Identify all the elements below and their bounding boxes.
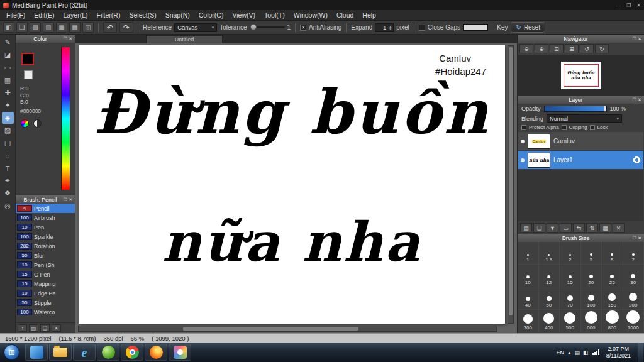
brush-size-12[interactable]: 12 xyxy=(539,265,560,287)
snap-grid-icon[interactable]: ▦ xyxy=(56,22,67,33)
actual-size-icon[interactable]: ⊞ xyxy=(565,44,579,53)
foreground-color-swatch[interactable] xyxy=(21,53,34,65)
opacity-slider-handle[interactable] xyxy=(604,106,606,112)
brush-size-2[interactable]: 2 xyxy=(560,242,581,265)
brush-item-sparkle[interactable]: 100Sparkle xyxy=(16,232,75,241)
medibang-icon[interactable] xyxy=(169,344,191,361)
document-tab[interactable]: Untitled xyxy=(146,35,223,43)
brush-item-mapping[interactable]: 15Mapping xyxy=(16,279,75,288)
redo-button[interactable]: ↷ xyxy=(119,22,133,33)
merge-down-icon[interactable]: ▼ xyxy=(547,223,558,233)
language-indicator[interactable]: EN xyxy=(557,349,565,356)
chrome-icon[interactable] xyxy=(121,344,143,361)
eyedropper-tool[interactable]: ✒ xyxy=(2,175,14,187)
layer-visibility-icon[interactable] xyxy=(521,140,525,143)
bucket-fill-tool[interactable]: ◈ xyxy=(2,112,14,124)
pen-tool[interactable]: ✎ xyxy=(2,36,14,48)
brush-size-300[interactable]: 300 xyxy=(518,310,539,332)
brush-add-icon[interactable]: ▤ xyxy=(29,324,38,332)
brush-size-1-5[interactable]: 1.5 xyxy=(539,242,560,265)
delete-layer-icon[interactable]: ✕ xyxy=(613,223,625,233)
layer-visibility-icon[interactable] xyxy=(521,158,525,162)
background-color-swatch[interactable] xyxy=(24,70,33,79)
lock-checkbox[interactable] xyxy=(590,125,595,130)
brush-delete-icon[interactable]: ✕ xyxy=(52,324,61,332)
stepper-arrows-icon[interactable]: ▲▼ xyxy=(387,25,393,30)
blending-select[interactable]: Normal ▾ xyxy=(547,114,622,123)
rotate-left-icon[interactable]: ↺ xyxy=(580,44,594,53)
text-tool[interactable]: T xyxy=(2,162,14,174)
new-layer-icon[interactable]: ▤ xyxy=(520,223,532,233)
brush-size-20[interactable]: 20 xyxy=(581,265,602,287)
opacity-slider[interactable] xyxy=(544,106,607,112)
panel-layout-icon[interactable]: ◫ xyxy=(82,22,94,33)
brush-size-30[interactable]: 30 xyxy=(623,265,644,287)
close-gaps-color-well[interactable] xyxy=(463,24,488,31)
order-layer-icon[interactable]: ⇅ xyxy=(586,223,598,233)
close-button[interactable]: ✕ xyxy=(636,3,641,8)
brush-size-3[interactable]: 3 xyxy=(581,242,602,265)
tolerance-slider[interactable] xyxy=(250,26,285,28)
horizontal-scrollbar-thumb[interactable] xyxy=(183,327,358,331)
popout-icon[interactable]: ❐ xyxy=(63,36,68,41)
menu-windoww[interactable]: Window(W) xyxy=(289,10,332,20)
menu-help[interactable]: Help xyxy=(358,10,380,20)
brush-size-150[interactable]: 150 xyxy=(602,287,623,310)
brush-size-40[interactable]: 40 xyxy=(518,287,539,310)
brush-item-g-pen[interactable]: 15G Pen xyxy=(16,270,75,279)
clock[interactable]: 2:07 PM 8/11/2021 xyxy=(603,346,634,359)
maximize-button[interactable]: ❐ xyxy=(626,3,631,8)
transform-tool[interactable]: ▦ xyxy=(2,74,14,86)
brush-size-15[interactable]: 15 xyxy=(560,265,581,287)
brush-size-800[interactable]: 800 xyxy=(602,310,623,332)
menu-colorc[interactable]: Color(C) xyxy=(194,10,228,20)
start-button[interactable]: ⊞ xyxy=(4,344,19,360)
publish-icon[interactable]: ▤ xyxy=(30,22,41,33)
brush-size-70[interactable]: 70 xyxy=(560,287,581,310)
firefox-icon[interactable] xyxy=(145,344,167,361)
zoom-tool[interactable]: ◎ xyxy=(2,200,14,212)
brush-item-stipple[interactable]: 50Stipple xyxy=(16,298,75,307)
combine-layer-icon[interactable]: ▦ xyxy=(599,223,611,233)
protect-alpha-checkbox[interactable] xyxy=(521,125,526,130)
menu-selects[interactable]: Select(S) xyxy=(125,10,160,20)
hue-bar[interactable] xyxy=(61,47,70,190)
vertical-scrollbar[interactable] xyxy=(508,45,514,324)
brush-up-icon[interactable]: ↑ xyxy=(18,324,27,332)
reset-button[interactable]: ↻ Reset xyxy=(511,22,545,33)
brush-size-1[interactable]: 1 xyxy=(518,242,539,265)
brush-size-50[interactable]: 50 xyxy=(539,287,560,310)
brush-size-7[interactable]: 7 xyxy=(623,242,644,265)
menu-viewv[interactable]: View(V) xyxy=(228,10,260,20)
brush-item-edge-pe[interactable]: 10Edge Pe xyxy=(16,288,75,298)
magic-wand-tool[interactable]: ✦ xyxy=(2,99,14,111)
brush-duplicate-icon[interactable]: ❏ xyxy=(40,324,50,332)
close-icon[interactable]: ✕ xyxy=(637,36,642,41)
menu-layerl[interactable]: Layer(L) xyxy=(58,10,92,20)
expand-stepper[interactable]: 1 ▲▼ xyxy=(375,23,394,32)
color-wheel-icon[interactable] xyxy=(21,119,29,128)
bucket-options-icon[interactable]: ◧ xyxy=(3,22,14,33)
menu-filterr[interactable]: Filter(R) xyxy=(92,10,125,20)
marquee-tool[interactable]: ▢ xyxy=(2,137,14,149)
brush-item-airbrush[interactable]: 100Airbrush xyxy=(16,213,75,222)
close-icon[interactable]: ✕ xyxy=(68,36,73,41)
action-center-icon[interactable]: ▤ xyxy=(575,349,580,356)
menu-filef[interactable]: File(F) xyxy=(2,10,30,20)
brush-item-pen-sh[interactable]: 10Pen (Sh xyxy=(16,260,75,270)
brush-size-5[interactable]: 5 xyxy=(602,242,623,265)
rotate-right-icon[interactable]: ↻ xyxy=(595,44,609,53)
comment-icon[interactable]: ▥ xyxy=(43,22,54,33)
minimize-button[interactable]: — xyxy=(616,3,621,8)
transfer-layer-icon[interactable]: ⇆ xyxy=(573,223,585,233)
menu-cloud[interactable]: Cloud xyxy=(332,10,358,20)
menu-edite[interactable]: Edit(E) xyxy=(30,10,58,20)
gradient-tool[interactable]: ▨ xyxy=(2,124,14,136)
power-icon[interactable]: ◧ xyxy=(583,349,589,356)
tray-expand-icon[interactable]: ▴ xyxy=(568,349,571,356)
undo-button[interactable]: ↶ xyxy=(103,22,117,33)
brush-size-10[interactable]: 10 xyxy=(518,265,539,287)
material-panel-icon[interactable]: ▩ xyxy=(69,22,80,33)
brush-size-1000[interactable]: 1000 xyxy=(623,310,644,332)
eraser-tool[interactable]: ◪ xyxy=(2,49,14,61)
